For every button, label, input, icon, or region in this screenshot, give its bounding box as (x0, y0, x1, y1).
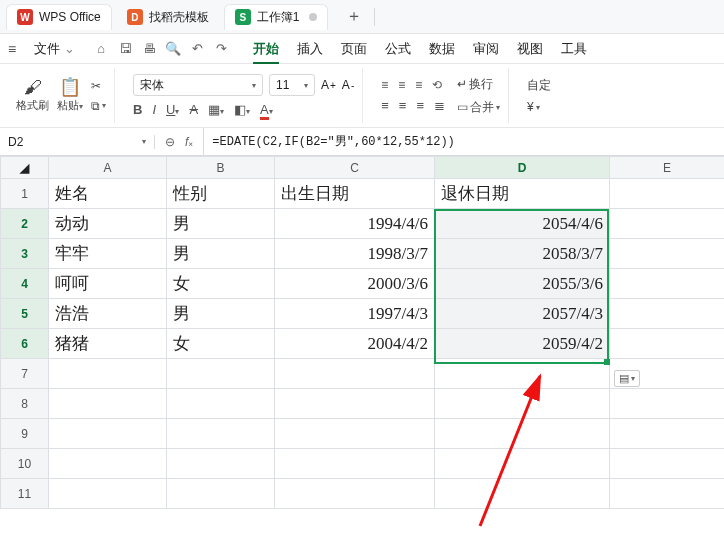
number-format-button[interactable]: 自定 (527, 77, 551, 94)
cell-d1[interactable]: 退休日期 (435, 179, 610, 209)
cell-e5[interactable] (610, 299, 725, 329)
app-tab-template[interactable]: D 找稻壳模板 (116, 4, 220, 30)
cell-a1[interactable]: 姓名 (49, 179, 167, 209)
menu-insert[interactable]: 插入 (297, 40, 323, 58)
cell-b3[interactable]: 男 (167, 239, 275, 269)
decrease-font-button[interactable]: A- (342, 78, 354, 92)
orientation-button[interactable]: ⟲ (432, 78, 442, 92)
align-center-button[interactable]: ≡ (399, 98, 407, 113)
cell-a2[interactable]: 动动 (49, 209, 167, 239)
cell-e4[interactable] (610, 269, 725, 299)
autofill-options-button[interactable]: ▤▾ (614, 370, 640, 387)
italic-button[interactable]: I (152, 102, 156, 117)
cell-d3[interactable]: 2058/3/7 (435, 239, 610, 269)
cell-b5[interactable]: 男 (167, 299, 275, 329)
cell-c2[interactable]: 1994/4/6 (275, 209, 435, 239)
strike-button[interactable]: A (189, 102, 198, 117)
app-tab-wps[interactable]: W WPS Office (6, 4, 112, 30)
align-middle-button[interactable]: ≡ (398, 78, 405, 92)
print-icon[interactable]: 🖶 (141, 41, 157, 56)
cell-b4[interactable]: 女 (167, 269, 275, 299)
fill-color-button[interactable]: ◧▾ (234, 102, 250, 117)
format-painter-button[interactable]: 🖌 格式刷 (16, 78, 49, 113)
indent-button[interactable]: ≣ (434, 98, 445, 113)
col-header-e[interactable]: E (610, 157, 725, 179)
col-header-b[interactable]: B (167, 157, 275, 179)
row-header-2[interactable]: 2 (1, 209, 49, 239)
row-header-10[interactable]: 10 (1, 449, 49, 479)
app-tab-workbook[interactable]: S 工作簿1 (224, 4, 329, 30)
save-icon[interactable]: 🖫 (117, 41, 133, 56)
cell-c4[interactable]: 2000/3/6 (275, 269, 435, 299)
cell-c1[interactable]: 出生日期 (275, 179, 435, 209)
underline-button[interactable]: U▾ (166, 102, 179, 117)
menu-view[interactable]: 视图 (517, 40, 543, 58)
border-button[interactable]: ▦▾ (208, 102, 224, 117)
cut-button[interactable]: ✂ (91, 79, 106, 93)
cell-c3[interactable]: 1998/3/7 (275, 239, 435, 269)
cell-a3[interactable]: 牢牢 (49, 239, 167, 269)
cell-e2[interactable] (610, 209, 725, 239)
home-icon[interactable]: ⌂ (93, 41, 109, 56)
currency-button[interactable]: ¥▾ (527, 100, 551, 114)
menu-data[interactable]: 数据 (429, 40, 455, 58)
redo-icon[interactable]: ↷ (213, 41, 229, 56)
file-menu[interactable]: 文件⌄ (26, 38, 83, 60)
row-header-8[interactable]: 8 (1, 389, 49, 419)
new-tab-button[interactable]: ＋ (340, 6, 368, 27)
cell-d5[interactable]: 2057/4/3 (435, 299, 610, 329)
cell-e6[interactable] (610, 329, 725, 359)
cell-a4[interactable]: 呵呵 (49, 269, 167, 299)
row-header-7[interactable]: 7 (1, 359, 49, 389)
cell-a6[interactable]: 猪猪 (49, 329, 167, 359)
align-bottom-button[interactable]: ≡ (415, 78, 422, 92)
formula-input[interactable]: =EDATE(C2,IF(B2="男",60*12,55*12)) (204, 133, 724, 150)
wrap-button[interactable]: ↵ 换行 (457, 76, 500, 93)
row-header-11[interactable]: 11 (1, 479, 49, 509)
menu-tools[interactable]: 工具 (561, 40, 587, 58)
spreadsheet-grid[interactable]: ◢ A B C D E 1 姓名 性别 出生日期 退休日期 2 动动 男 199… (0, 156, 724, 509)
font-color-button[interactable]: A▾ (260, 102, 273, 117)
font-size-select[interactable]: 11▾ (269, 74, 315, 96)
cell-c6[interactable]: 2004/4/2 (275, 329, 435, 359)
hamburger-icon[interactable]: ≡ (8, 41, 16, 57)
cell-d4[interactable]: 2055/3/6 (435, 269, 610, 299)
undo-icon[interactable]: ↶ (189, 41, 205, 56)
merge-button[interactable]: ▭ 合并▾ (457, 99, 500, 116)
row-header-4[interactable]: 4 (1, 269, 49, 299)
col-header-d[interactable]: D (435, 157, 610, 179)
cell-b1[interactable]: 性别 (167, 179, 275, 209)
select-all-corner[interactable]: ◢ (1, 157, 49, 179)
menu-start[interactable]: 开始 (253, 40, 279, 64)
menu-review[interactable]: 审阅 (473, 40, 499, 58)
cell-e1[interactable] (610, 179, 725, 209)
cancel-formula-icon[interactable]: ⊖ (165, 135, 175, 149)
menu-page[interactable]: 页面 (341, 40, 367, 58)
cell-d6[interactable]: 2059/4/2 (435, 329, 610, 359)
col-header-a[interactable]: A (49, 157, 167, 179)
menu-formula[interactable]: 公式 (385, 40, 411, 58)
font-name-select[interactable]: 宋体▾ (133, 74, 263, 96)
increase-font-button[interactable]: A+ (321, 78, 336, 92)
row-header-3[interactable]: 3 (1, 239, 49, 269)
cell-a5[interactable]: 浩浩 (49, 299, 167, 329)
copy-button[interactable]: ⧉▾ (91, 99, 106, 113)
cell-b2[interactable]: 男 (167, 209, 275, 239)
row-header-9[interactable]: 9 (1, 419, 49, 449)
row-header-6[interactable]: 6 (1, 329, 49, 359)
cell-d2[interactable]: 2054/4/6 (435, 209, 610, 239)
row-header-1[interactable]: 1 (1, 179, 49, 209)
fx-icon[interactable]: fₓ (185, 135, 193, 149)
align-top-button[interactable]: ≡ (381, 78, 388, 92)
cell-c5[interactable]: 1997/4/3 (275, 299, 435, 329)
paste-button[interactable]: 📋 粘贴▾ (57, 78, 83, 113)
align-right-button[interactable]: ≡ (416, 98, 424, 113)
bold-button[interactable]: B (133, 102, 142, 117)
row-header-5[interactable]: 5 (1, 299, 49, 329)
align-left-button[interactable]: ≡ (381, 98, 389, 113)
preview-icon[interactable]: 🔍 (165, 41, 181, 56)
col-header-c[interactable]: C (275, 157, 435, 179)
cell-e3[interactable] (610, 239, 725, 269)
cell-reference-box[interactable]: D2▾ (0, 135, 155, 149)
cell-b6[interactable]: 女 (167, 329, 275, 359)
